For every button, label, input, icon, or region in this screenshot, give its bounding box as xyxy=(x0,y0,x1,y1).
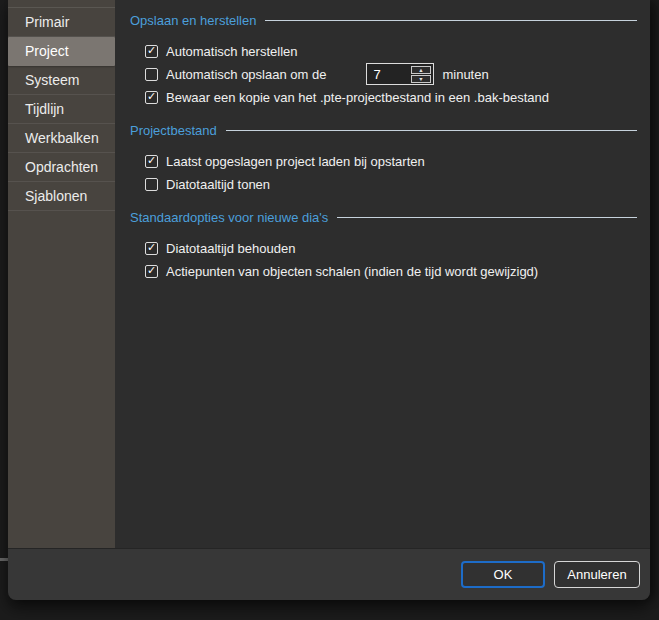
stepper-down-button[interactable]: ▼ xyxy=(411,75,431,83)
sidebar-item-label: Sjablonen xyxy=(25,188,87,204)
sidebar-item-label: Systeem xyxy=(25,72,79,88)
sidebar-item-label: Tijdlijn xyxy=(25,101,64,117)
sidebar-item-sjablonen[interactable]: Sjablonen xyxy=(8,182,115,211)
check-icon: ✓ xyxy=(147,155,156,166)
option-automatisch-opslaan[interactable]: ✓ Automatisch opslaan om de 7 ▲ xyxy=(145,66,637,82)
sidebar-item-partial xyxy=(8,0,115,8)
option-diatotaaltijd-tonen[interactable]: ✓ Diatotaaltijd tonen xyxy=(145,176,637,192)
section-divider xyxy=(265,20,637,21)
option-label: Automatisch opslaan om de xyxy=(166,67,326,82)
spin-up-icon: ▲ xyxy=(419,67,424,72)
stepper-buttons: ▲ ▼ xyxy=(409,64,433,84)
option-automatisch-herstellen[interactable]: ✓ Automatisch herstellen xyxy=(145,43,637,59)
check-icon: ✓ xyxy=(147,91,156,102)
section-opslaan-en-herstellen: Opslaan en herstellen ✓ Automatisch hers… xyxy=(130,12,637,105)
section-header: Standaardopties voor nieuwe dia's xyxy=(130,209,637,225)
option-label: Diatotaaltijd behouden xyxy=(166,241,295,256)
checkbox[interactable]: ✓ xyxy=(145,45,158,58)
spin-down-icon: ▼ xyxy=(419,76,424,81)
sidebar-item-tijdlijn[interactable]: Tijdlijn xyxy=(8,95,115,124)
option-label: Laatst opgeslagen project laden bij opst… xyxy=(166,154,425,169)
option-label: Actiepunten van objecten schalen (indien… xyxy=(166,264,538,279)
section-projectbestand: Projectbestand ✓ Laatst opgeslagen proje… xyxy=(130,122,637,192)
sidebar-item-label: Opdrachten xyxy=(25,159,98,175)
option-actiepunten-schalen[interactable]: ✓ Actiepunten van objecten schalen (indi… xyxy=(145,263,637,279)
cancel-button[interactable]: Annuleren xyxy=(554,561,640,588)
check-icon: ✓ xyxy=(147,242,156,253)
section-header: Projectbestand xyxy=(130,122,637,138)
sidebar-item-werkbalken[interactable]: Werkbalken xyxy=(8,124,115,153)
section-title: Opslaan en herstellen xyxy=(130,13,256,28)
checkbox[interactable]: ✓ xyxy=(145,265,158,278)
autosave-minutes-stepper[interactable]: 7 ▲ ▼ xyxy=(366,63,434,85)
checkbox[interactable]: ✓ xyxy=(145,242,158,255)
sidebar-item-systeem[interactable]: Systeem xyxy=(8,66,115,95)
option-label: Automatisch herstellen xyxy=(166,44,298,59)
sidebar-item-label: Werkbalken xyxy=(25,130,99,146)
section-divider xyxy=(226,130,637,131)
settings-category-sidebar: Primair Project Systeem Tijdlijn Werkbal… xyxy=(8,0,115,548)
preferences-dialog: Primair Project Systeem Tijdlijn Werkbal… xyxy=(8,0,650,600)
dialog-main: Primair Project Systeem Tijdlijn Werkbal… xyxy=(8,0,650,548)
check-icon: ✓ xyxy=(147,45,156,56)
check-icon: ✓ xyxy=(147,265,156,276)
option-laatst-opgeslagen-laden[interactable]: ✓ Laatst opgeslagen project laden bij op… xyxy=(145,153,637,169)
background-window-edge xyxy=(0,558,8,561)
ok-button[interactable]: OK xyxy=(461,561,545,588)
option-label: Diatotaaltijd tonen xyxy=(166,177,270,192)
section-header: Opslaan en herstellen xyxy=(130,12,637,28)
section-title: Projectbestand xyxy=(130,123,217,138)
checkbox[interactable]: ✓ xyxy=(145,91,158,104)
option-label: Bewaar een kopie van het .pte-projectbes… xyxy=(166,90,549,105)
stepper-up-button[interactable]: ▲ xyxy=(411,66,431,74)
sidebar-item-opdrachten[interactable]: Opdrachten xyxy=(8,153,115,182)
checkbox[interactable]: ✓ xyxy=(145,155,158,168)
stepper-value[interactable]: 7 xyxy=(367,64,409,84)
checkbox[interactable]: ✓ xyxy=(145,68,158,81)
screen-background: Primair Project Systeem Tijdlijn Werkbal… xyxy=(0,0,659,620)
dialog-footer: OK Annuleren xyxy=(8,548,650,600)
section-standaardopties-nieuwe-dias: Standaardopties voor nieuwe dia's ✓ Diat… xyxy=(130,209,637,279)
settings-panel-project: Opslaan en herstellen ✓ Automatisch hers… xyxy=(115,0,650,548)
option-bewaar-bak-bestand[interactable]: ✓ Bewaar een kopie van het .pte-projectb… xyxy=(145,89,637,105)
sidebar-item-label: Primair xyxy=(25,14,69,30)
stepper-suffix-label: minuten xyxy=(442,67,488,82)
sidebar-item-project[interactable]: Project xyxy=(8,37,115,66)
sidebar-item-label: Project xyxy=(25,43,69,59)
sidebar-item-primair[interactable]: Primair xyxy=(8,8,115,37)
checkbox[interactable]: ✓ xyxy=(145,178,158,191)
section-title: Standaardopties voor nieuwe dia's xyxy=(130,210,328,225)
section-divider xyxy=(337,217,637,218)
option-diatotaaltijd-behouden[interactable]: ✓ Diatotaaltijd behouden xyxy=(145,240,637,256)
